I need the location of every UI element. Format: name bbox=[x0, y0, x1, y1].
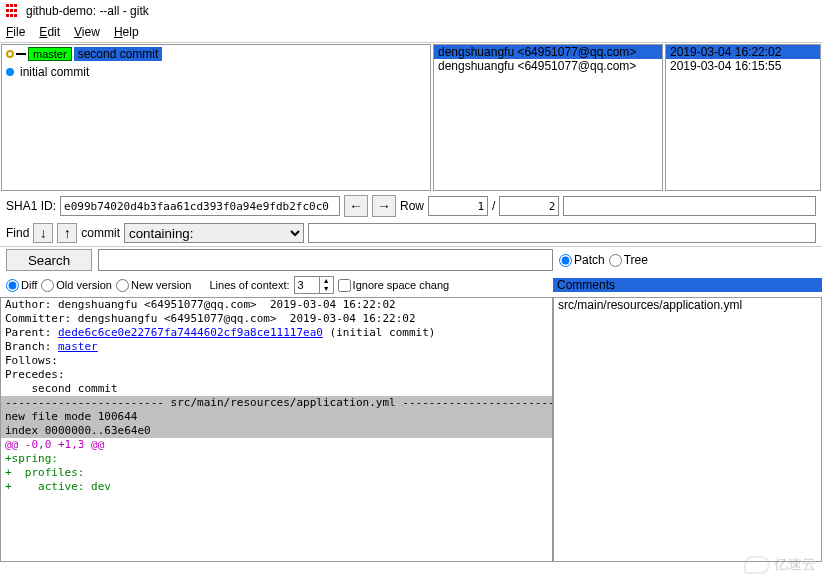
nav-forward-button[interactable]: → bbox=[372, 195, 396, 217]
old-version-radio[interactable]: Old version bbox=[41, 279, 112, 292]
find-up-button[interactable]: ↑ bbox=[57, 223, 77, 243]
commit-message[interactable]: second commit bbox=[74, 47, 163, 61]
sha-input[interactable] bbox=[60, 196, 340, 216]
diff-parent: Parent: dede6c6ce0e22767fa7444602cf9a8ce… bbox=[1, 326, 552, 340]
diff-index: index 0000000..63e64e0 bbox=[1, 424, 552, 438]
diff-hunk: @@ -0,0 +1,3 @@ bbox=[1, 438, 552, 452]
menu-file[interactable]: File bbox=[6, 25, 25, 39]
menu-view[interactable]: View bbox=[74, 25, 100, 39]
commit-node-icon bbox=[6, 68, 14, 76]
search-button[interactable]: Search bbox=[6, 249, 92, 271]
row-current-input[interactable] bbox=[428, 196, 488, 216]
diff-add: + profiles: bbox=[1, 466, 552, 480]
graph-line bbox=[16, 53, 26, 55]
menu-edit[interactable]: Edit bbox=[39, 25, 60, 39]
new-version-radio[interactable]: New version bbox=[116, 279, 192, 292]
menu-bar: File Edit View Help bbox=[0, 22, 822, 42]
patch-radio[interactable]: Patch bbox=[559, 253, 605, 267]
spin-up-icon[interactable]: ▲ bbox=[319, 277, 333, 285]
row-total-input[interactable] bbox=[499, 196, 559, 216]
row-label: Row bbox=[400, 199, 424, 213]
commit-message[interactable]: initial commit bbox=[16, 65, 89, 79]
row-sep: / bbox=[492, 199, 495, 213]
diff-file-sep: ------------------------ src/main/resour… bbox=[1, 396, 552, 410]
mid-row: Search Patch Tree bbox=[0, 247, 822, 273]
sha-label: SHA1 ID: bbox=[6, 199, 56, 213]
tree-radio[interactable]: Tree bbox=[609, 253, 648, 267]
diff-add: + active: dev bbox=[1, 480, 552, 494]
options-row: Diff Old version New version Lines of co… bbox=[0, 273, 822, 297]
file-item[interactable]: src/main/resources/application.yml bbox=[554, 298, 821, 312]
file-list-pane[interactable]: src/main/resources/application.yml bbox=[553, 297, 822, 562]
find-input[interactable] bbox=[308, 223, 816, 243]
diff-radio[interactable]: Diff bbox=[6, 279, 37, 292]
find-row: Find ↓ ↑ commit containing: bbox=[0, 220, 822, 246]
window-title: github-demo: --all - gitk bbox=[26, 4, 149, 18]
find-criteria-select[interactable]: containing: bbox=[124, 223, 304, 243]
diff-mode: new file mode 100644 bbox=[1, 410, 552, 424]
ignore-space-checkbox[interactable]: Ignore space chang bbox=[338, 279, 450, 292]
commit-graph-pane[interactable]: master second commit initial commit bbox=[1, 44, 431, 191]
title-bar: github-demo: --all - gitk bbox=[0, 0, 822, 22]
app-icon bbox=[6, 4, 20, 18]
find-label: Find bbox=[6, 226, 29, 240]
diff-follows: Follows: bbox=[1, 354, 552, 368]
history-panes: master second commit initial commit deng… bbox=[0, 43, 822, 192]
menu-help[interactable]: Help bbox=[114, 25, 139, 39]
search-input[interactable] bbox=[98, 249, 553, 271]
author-pane[interactable]: dengshuangfu <64951077@qq.com> dengshuan… bbox=[433, 44, 663, 191]
commit-row[interactable]: initial commit bbox=[2, 63, 430, 81]
date-pane[interactable]: 2019-03-04 16:22:02 2019-03-04 16:15:55 bbox=[665, 44, 821, 191]
diff-message: second commit bbox=[1, 382, 552, 396]
diff-pane[interactable]: Author: dengshuangfu <64951077@qq.com> 2… bbox=[0, 297, 553, 562]
author-cell[interactable]: dengshuangfu <64951077@qq.com> bbox=[434, 45, 662, 59]
head-node-icon bbox=[6, 50, 14, 58]
branch-link[interactable]: master bbox=[58, 340, 98, 353]
lines-spinner[interactable]: ▲▼ bbox=[294, 276, 334, 294]
find-down-button[interactable]: ↓ bbox=[33, 223, 53, 243]
watermark: 亿速云 bbox=[744, 556, 816, 574]
files-header: Comments bbox=[553, 278, 822, 292]
diff-precedes: Precedes: bbox=[1, 368, 552, 382]
find-mode[interactable]: commit bbox=[81, 226, 120, 240]
diff-add: +spring: bbox=[1, 452, 552, 466]
lines-label: Lines of context: bbox=[209, 279, 289, 291]
diff-author: Author: dengshuangfu <64951077@qq.com> 2… bbox=[1, 298, 552, 312]
lower-panes: Author: dengshuangfu <64951077@qq.com> 2… bbox=[0, 297, 822, 562]
author-cell[interactable]: dengshuangfu <64951077@qq.com> bbox=[434, 59, 662, 73]
extra-field[interactable] bbox=[563, 196, 816, 216]
sha-row: SHA1 ID: ← → Row / bbox=[0, 192, 822, 220]
date-cell[interactable]: 2019-03-04 16:22:02 bbox=[666, 45, 820, 59]
commit-row[interactable]: master second commit bbox=[2, 45, 430, 63]
diff-committer: Committer: dengshuangfu <64951077@qq.com… bbox=[1, 312, 552, 326]
date-cell[interactable]: 2019-03-04 16:15:55 bbox=[666, 59, 820, 73]
parent-link[interactable]: dede6c6ce0e22767fa7444602cf9a8ce11117ea0 bbox=[58, 326, 323, 339]
nav-back-button[interactable]: ← bbox=[344, 195, 368, 217]
cloud-icon bbox=[744, 556, 770, 574]
branch-tag[interactable]: master bbox=[28, 47, 72, 61]
diff-branch: Branch: master bbox=[1, 340, 552, 354]
spin-down-icon[interactable]: ▼ bbox=[319, 285, 333, 293]
